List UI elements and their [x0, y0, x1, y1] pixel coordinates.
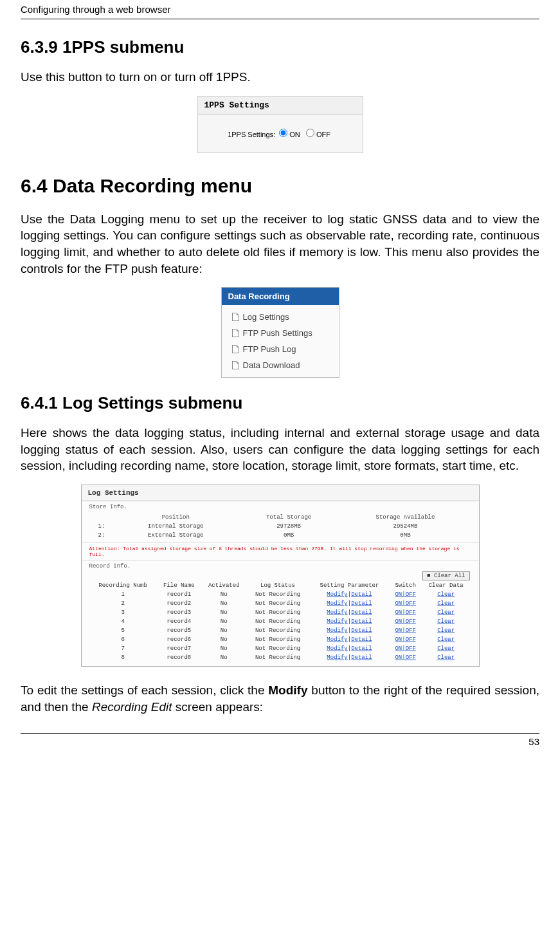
- table-row: 6record6NoNot RecordingModify|DetailON|O…: [89, 635, 471, 644]
- heading-log-settings: 6.4.1 Log Settings submenu: [21, 393, 539, 413]
- modify-link[interactable]: Modify: [327, 609, 347, 616]
- panel-title: Log Settings: [82, 485, 479, 501]
- modify-link[interactable]: Modify: [327, 645, 347, 652]
- label: 1PPS Settings:: [228, 131, 275, 138]
- detail-link[interactable]: Detail: [351, 636, 372, 643]
- table-row: 2record2NoNot RecordingModify|DetailON|O…: [89, 599, 471, 608]
- modify-link[interactable]: Modify: [327, 591, 347, 598]
- switch-link[interactable]: ON|OFF: [395, 618, 415, 625]
- switch-link[interactable]: ON|OFF: [395, 600, 415, 607]
- modify-link[interactable]: Modify: [327, 618, 347, 625]
- figure-nav-menu: Data Recording Log SettingsFTP Push Sett…: [221, 287, 339, 378]
- figure-1pps-settings: 1PPS Settings 1PPS Settings: ON OFF: [197, 96, 363, 153]
- detail-link[interactable]: Detail: [351, 627, 372, 634]
- nav-item[interactable]: Log Settings: [222, 309, 339, 325]
- document-icon: [232, 329, 239, 337]
- clear-link[interactable]: Clear: [437, 627, 455, 634]
- detail-link[interactable]: Detail: [351, 609, 372, 616]
- table-row: 5record5NoNot RecordingModify|DetailON|O…: [89, 626, 471, 635]
- table-row: 4record4NoNot RecordingModify|DetailON|O…: [89, 617, 471, 626]
- record-info-table: Recording NumbFile NameActivatedLog Stat…: [89, 581, 471, 662]
- store-info-table: PositionTotal StorageStorage Available 1…: [89, 513, 471, 540]
- heading-1pps: 6.3.9 1PPS submenu: [21, 37, 539, 57]
- nav-item-label: Data Download: [243, 360, 300, 370]
- warning-text: Attention: Total assigned storage size o…: [82, 542, 479, 560]
- section-label: Store Info.: [82, 501, 479, 512]
- section-label: Record Info.: [82, 560, 479, 571]
- document-icon: [232, 345, 239, 353]
- detail-link[interactable]: Detail: [351, 645, 372, 652]
- nav-item[interactable]: FTP Push Settings: [222, 325, 339, 341]
- switch-link[interactable]: ON|OFF: [395, 636, 415, 643]
- clear-link[interactable]: Clear: [437, 609, 455, 616]
- switch-link[interactable]: ON|OFF: [395, 645, 415, 652]
- paragraph: Use this button to turn on or turn off 1…: [21, 69, 539, 86]
- radio-off[interactable]: OFF: [306, 131, 330, 138]
- nav-header: Data Recording: [222, 288, 339, 305]
- panel-title: 1PPS Settings: [198, 97, 363, 115]
- detail-link[interactable]: Detail: [351, 591, 372, 598]
- nav-item[interactable]: Data Download: [222, 357, 339, 373]
- switch-link[interactable]: ON|OFF: [395, 609, 415, 616]
- clear-link[interactable]: Clear: [437, 654, 455, 661]
- radio-on[interactable]: ON: [279, 131, 300, 138]
- heading-data-recording: 6.4 Data Recording menu: [21, 175, 539, 197]
- modify-link[interactable]: Modify: [327, 627, 347, 634]
- table-row: 8record8NoNot RecordingModify|DetailON|O…: [89, 653, 471, 662]
- paragraph: To edit the settings of each session, cl…: [21, 682, 539, 715]
- modify-link[interactable]: Modify: [327, 654, 347, 661]
- detail-link[interactable]: Detail: [351, 654, 372, 661]
- clear-link[interactable]: Clear: [437, 618, 455, 625]
- running-header: Configuring through a web browser: [21, 0, 539, 19]
- table-row: 1record1NoNot RecordingModify|DetailON|O…: [89, 590, 471, 599]
- clear-link[interactable]: Clear: [437, 636, 455, 643]
- table-row: 3record3NoNot RecordingModify|DetailON|O…: [89, 608, 471, 617]
- modify-link[interactable]: Modify: [327, 600, 347, 607]
- switch-link[interactable]: ON|OFF: [395, 654, 415, 661]
- switch-link[interactable]: ON|OFF: [395, 627, 415, 634]
- nav-item-label: FTP Push Settings: [243, 328, 312, 338]
- document-icon: [232, 361, 239, 369]
- paragraph: Use the Data Logging menu to set up the …: [21, 211, 539, 277]
- table-row: 7record7NoNot RecordingModify|DetailON|O…: [89, 644, 471, 653]
- paragraph: Here shows the data logging status, incl…: [21, 425, 539, 474]
- nav-item-label: FTP Push Log: [243, 344, 296, 354]
- modify-link[interactable]: Modify: [327, 636, 347, 643]
- detail-link[interactable]: Detail: [351, 618, 372, 625]
- nav-item[interactable]: FTP Push Log: [222, 341, 339, 357]
- clear-link[interactable]: Clear: [437, 600, 455, 607]
- switch-link[interactable]: ON|OFF: [395, 591, 415, 598]
- clear-link[interactable]: Clear: [437, 645, 455, 652]
- page-number: 53: [21, 733, 539, 760]
- figure-log-settings: Log Settings Store Info. PositionTotal S…: [81, 485, 480, 667]
- clear-all-button[interactable]: ■ Clear All: [422, 571, 469, 580]
- clear-link[interactable]: Clear: [437, 591, 455, 598]
- document-icon: [232, 313, 239, 321]
- nav-item-label: Log Settings: [243, 312, 289, 322]
- detail-link[interactable]: Detail: [351, 600, 372, 607]
